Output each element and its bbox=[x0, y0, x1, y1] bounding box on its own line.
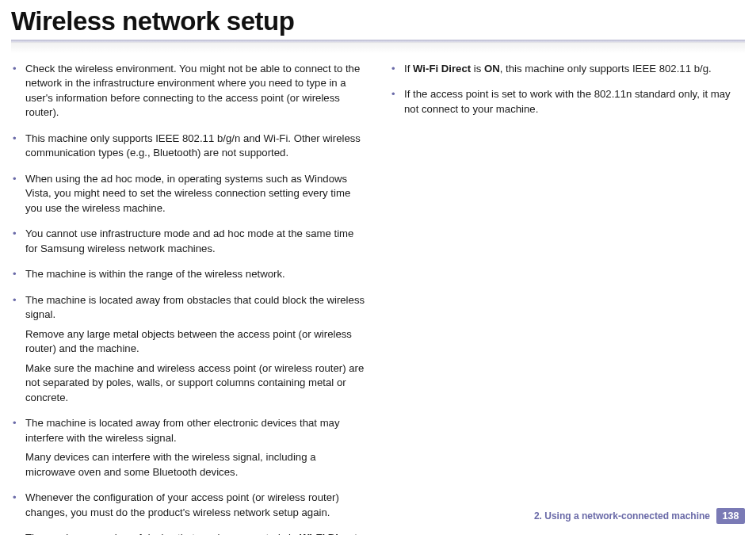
bullet-text-mid: is bbox=[471, 63, 484, 75]
list-item: When using the ad hoc mode, in operating… bbox=[11, 172, 366, 227]
sub-paragraph: Make sure the machine and wireless acces… bbox=[25, 357, 366, 405]
bullet-text: The machine is located away from obstacl… bbox=[25, 294, 365, 320]
sub-paragraph: Remove any large metal objects between t… bbox=[25, 323, 366, 357]
list-item: If Wi-Fi Direct is ON, this machine only… bbox=[390, 62, 745, 87]
title-underline bbox=[11, 40, 745, 43]
bullet-text-pre: The maximum number of device that can be… bbox=[25, 532, 300, 535]
bullet-text: The machine is within the range of the w… bbox=[25, 268, 285, 280]
bullet-text-pre: If bbox=[404, 63, 413, 75]
bullet-text: When using the ad hoc mode, in operating… bbox=[25, 173, 350, 214]
page-footer: 2. Using a network-connected machine 138 bbox=[534, 508, 745, 524]
list-item: This machine only supports IEEE 802.11 b… bbox=[11, 132, 366, 172]
document-page: Wireless network setup Check the wireles… bbox=[0, 0, 756, 535]
list-item: The machine is located away from obstacl… bbox=[11, 293, 366, 416]
bullet-text: Check the wireless environment. You migh… bbox=[25, 63, 360, 118]
bullet-text: You cannot use infrastructure mode and a… bbox=[25, 227, 353, 254]
list-item: The maximum number of device that can be… bbox=[11, 531, 366, 535]
list-item: You cannot use infrastructure mode and a… bbox=[11, 227, 366, 267]
bullet-text: This machine only supports IEEE 802.11 b… bbox=[25, 132, 361, 159]
bullet-text-post: , this machine only supports IEEE 802.11… bbox=[500, 63, 712, 75]
title-area: Wireless network setup bbox=[0, 0, 756, 40]
list-item: Whenever the configuration of your acces… bbox=[11, 491, 366, 531]
right-bullet-list: If Wi-Fi Direct is ON, this machine only… bbox=[390, 62, 745, 128]
list-item: Check the wireless environment. You migh… bbox=[11, 62, 366, 132]
bullet-text-bold: ON bbox=[484, 63, 500, 75]
list-item: The machine is within the range of the w… bbox=[11, 267, 366, 292]
bullet-text: The machine is located away from other e… bbox=[25, 417, 340, 443]
footer-chapter: 2. Using a network-connected machine bbox=[534, 510, 710, 522]
left-column: Check the wireless environment. You migh… bbox=[11, 62, 366, 535]
bullet-text-bold: Wi-Fi Direct bbox=[413, 63, 471, 75]
right-column: If Wi-Fi Direct is ON, this machine only… bbox=[390, 62, 745, 535]
list-item: If the access point is set to work with … bbox=[390, 87, 745, 128]
left-bullet-list: Check the wireless environment. You migh… bbox=[11, 62, 366, 535]
bullet-text: If the access point is set to work with … bbox=[404, 88, 731, 114]
sub-paragraph: Many devices can interfere with the wire… bbox=[25, 445, 366, 480]
content-columns: Check the wireless environment. You migh… bbox=[0, 43, 756, 535]
page-title: Wireless network setup bbox=[11, 6, 756, 40]
bullet-text: Whenever the configuration of your acces… bbox=[25, 491, 339, 518]
bullet-text-bold: Wi-Fi Direct bbox=[300, 532, 357, 535]
list-item: The machine is located away from other e… bbox=[11, 416, 366, 491]
page-number-badge: 138 bbox=[716, 508, 745, 524]
